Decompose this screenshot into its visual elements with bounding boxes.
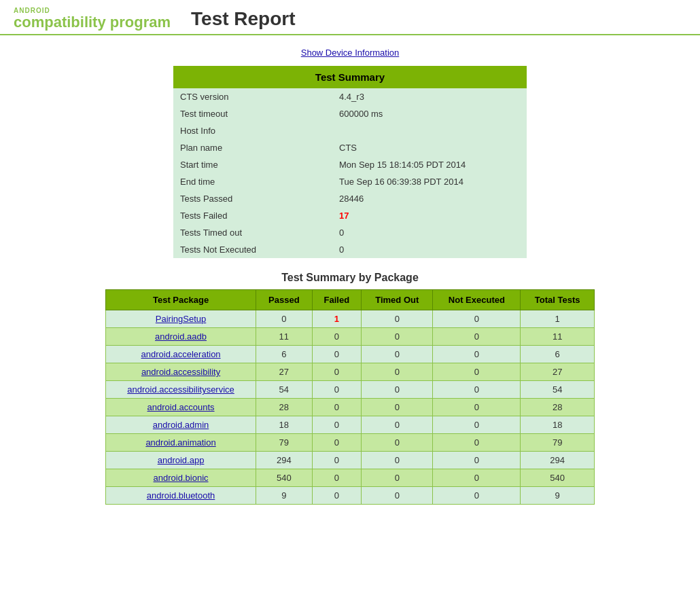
not-executed-count: 0 (433, 487, 521, 505)
summary-title: Test Summary (173, 66, 527, 88)
package-name: android.accessibility (106, 363, 256, 381)
not-executed-count: 0 (433, 310, 521, 328)
package-link[interactable]: android.animation (145, 437, 215, 448)
not-executed-count: 0 (433, 381, 521, 399)
table-row: android.accessibility2700027 (106, 363, 595, 381)
package-name: android.acceleration (106, 346, 256, 363)
package-link[interactable]: android.app (158, 455, 205, 465)
summary-row: Tests Not Executed0 (173, 241, 527, 258)
summary-row-value: 28446 (332, 190, 527, 207)
summary-row-label: Tests Timed out (173, 224, 332, 241)
package-link[interactable]: android.acceleration (141, 349, 221, 359)
total-count: 540 (521, 469, 595, 487)
summary-row-label: Tests Failed (173, 207, 332, 224)
not-executed-count: 0 (433, 469, 521, 487)
timed-out-count: 0 (362, 363, 433, 381)
timed-out-count: 0 (362, 346, 433, 363)
package-link[interactable]: android.bionic (154, 473, 209, 483)
failed-count: 0 (312, 381, 362, 399)
package-summary-title: Test Summary by Package (14, 272, 686, 284)
package-link[interactable]: android.accounts (147, 402, 215, 412)
page-title: Test Report (191, 8, 296, 30)
table-row: android.accounts2800028 (106, 399, 595, 416)
total-count: 79 (521, 434, 595, 452)
package-link[interactable]: android.aadb (155, 331, 207, 342)
not-executed-count: 0 (433, 416, 521, 434)
summary-row-label: Test timeout (173, 105, 332, 122)
summary-row: Host Info (173, 122, 527, 139)
timed-out-count: 0 (362, 469, 433, 487)
summary-row: Start timeMon Sep 15 18:14:05 PDT 2014 (173, 156, 527, 173)
failed-count: 0 (312, 452, 362, 469)
summary-row-value (332, 122, 527, 139)
table-row: android.animation7900079 (106, 434, 595, 452)
table-row: android.accessibilityservice5400054 (106, 381, 595, 399)
not-executed-count: 0 (433, 452, 521, 469)
summary-row-label: Plan name (173, 139, 332, 156)
summary-row: Test timeout600000 ms (173, 105, 527, 122)
test-summary-table: Test Summary CTS version4.4_r3Test timeo… (173, 66, 527, 258)
col-failed: Failed (312, 290, 362, 310)
package-name: PairingSetup (106, 310, 256, 328)
summary-row-label: Tests Not Executed (173, 241, 332, 258)
summary-row: Tests Failed17 (173, 207, 527, 224)
package-name: android.aadb (106, 328, 256, 346)
failed-count: 0 (312, 416, 362, 434)
table-row: android.acceleration60006 (106, 346, 595, 363)
timed-out-count: 0 (362, 434, 433, 452)
passed-count: 54 (256, 381, 312, 399)
show-device-link[interactable]: Show Device Information (301, 48, 400, 58)
passed-count: 79 (256, 434, 312, 452)
package-link[interactable]: android.admin (153, 420, 209, 430)
total-count: 6 (521, 346, 595, 363)
package-name: android.bionic (106, 469, 256, 487)
col-timed-out: Timed Out (362, 290, 433, 310)
table-row: android.bluetooth90009 (106, 487, 595, 505)
package-link[interactable]: android.accessibilityservice (127, 384, 234, 395)
passed-count: 11 (256, 328, 312, 346)
passed-count: 6 (256, 346, 312, 363)
package-name: android.accessibilityservice (106, 381, 256, 399)
total-count: 54 (521, 381, 595, 399)
summary-header-row: Test Summary (173, 66, 527, 88)
total-count: 28 (521, 399, 595, 416)
package-name: android.bluetooth (106, 487, 256, 505)
pkg-table-header: Test Package Passed Failed Timed Out Not… (106, 290, 595, 310)
summary-row: End timeTue Sep 16 06:39:38 PDT 2014 (173, 173, 527, 190)
timed-out-count: 0 (362, 399, 433, 416)
package-link[interactable]: android.accessibility (141, 367, 220, 377)
table-row: android.app294000294 (106, 452, 595, 469)
passed-count: 9 (256, 487, 312, 505)
summary-row: Tests Timed out0 (173, 224, 527, 241)
not-executed-count: 0 (433, 328, 521, 346)
timed-out-count: 0 (362, 328, 433, 346)
timed-out-count: 0 (362, 452, 433, 469)
passed-count: 294 (256, 452, 312, 469)
summary-row-label: CTS version (173, 88, 332, 105)
total-count: 18 (521, 416, 595, 434)
package-link[interactable]: android.bluetooth (147, 490, 215, 501)
summary-row-value: Mon Sep 15 18:14:05 PDT 2014 (332, 156, 527, 173)
logo-area: ANDROID compatibility program (14, 7, 171, 31)
not-executed-count: 0 (433, 434, 521, 452)
package-link[interactable]: PairingSetup (156, 314, 206, 324)
table-row: android.bionic540000540 (106, 469, 595, 487)
total-count: 294 (521, 452, 595, 469)
col-passed: Passed (256, 290, 312, 310)
summary-row-label: Start time (173, 156, 332, 173)
show-device-link-container: Show Device Information (14, 48, 686, 58)
passed-count: 540 (256, 469, 312, 487)
package-name: android.animation (106, 434, 256, 452)
table-row: PairingSetup01001 (106, 310, 595, 328)
summary-row-value: Tue Sep 16 06:39:38 PDT 2014 (332, 173, 527, 190)
not-executed-count: 0 (433, 399, 521, 416)
passed-count: 18 (256, 416, 312, 434)
passed-count: 28 (256, 399, 312, 416)
summary-row: Tests Passed28446 (173, 190, 527, 207)
summary-row-value: 4.4_r3 (332, 88, 527, 105)
package-summary-table: Test Package Passed Failed Timed Out Not… (105, 289, 595, 505)
summary-row-value: 0 (332, 224, 527, 241)
total-count: 9 (521, 487, 595, 505)
total-count: 1 (521, 310, 595, 328)
failed-count: 0 (312, 487, 362, 505)
